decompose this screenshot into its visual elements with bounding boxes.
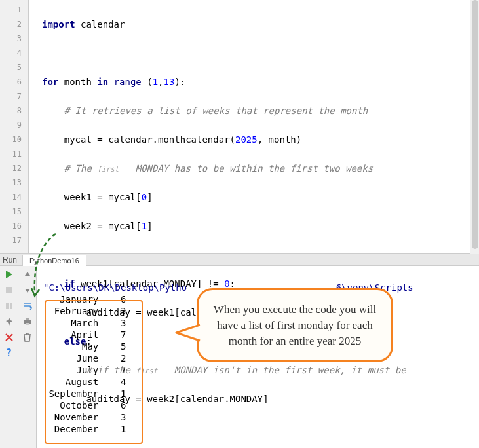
number: 1 — [153, 77, 158, 87]
line-number: 11 — [0, 147, 28, 161]
keyword: for — [42, 77, 58, 87]
builtin: range — [114, 77, 142, 87]
keyword: in — [97, 77, 108, 87]
output-row: August 4 — [43, 376, 472, 388]
stop-icon[interactable] — [3, 284, 15, 296]
line-gutter: 1 2 3 4 5 6 7 8 9 10 11 12 13 14 15 16 1… — [0, 0, 29, 253]
line-number: 14 — [0, 190, 28, 204]
code: week2 = mycal[ — [64, 221, 142, 231]
close-icon[interactable] — [3, 331, 15, 343]
up-icon[interactable] — [22, 269, 33, 280]
code-text[interactable]: import calendar for month in range (1,13… — [29, 0, 479, 253]
svg-rect-0 — [6, 287, 12, 293]
line-number: 2 — [0, 17, 28, 31]
code: mycal = calendar.monthcalendar( — [64, 134, 235, 145]
line-number: 9 — [0, 118, 28, 132]
keyword: import — [42, 19, 75, 29]
line-number: 12 — [0, 161, 28, 176]
identifier: month — [64, 77, 92, 87]
code: ] — [147, 192, 152, 202]
trash-icon[interactable] — [22, 331, 33, 343]
identifier: calendar — [81, 19, 125, 29]
run-label: Run — [3, 255, 17, 265]
line-number: 4 — [0, 46, 28, 60]
comment: # The — [64, 163, 98, 174]
output-row: July 7 — [43, 364, 472, 376]
code: , month) — [258, 134, 301, 145]
vertical-scrollbar[interactable] — [470, 0, 479, 254]
code: week1 = mycal[ — [64, 192, 142, 202]
number: 2025 — [235, 134, 258, 145]
line-number: 8 — [0, 103, 28, 118]
output-row: September 1 — [43, 388, 472, 400]
line-number: 13 — [0, 176, 28, 190]
line-number: 7 — [0, 89, 28, 103]
output-row: December 1 — [43, 423, 472, 435]
play-icon[interactable] — [3, 269, 15, 280]
line-number: 16 — [0, 219, 28, 233]
output-row: November 3 — [43, 411, 472, 423]
line-number: 15 — [0, 204, 28, 219]
number: 0 — [142, 192, 147, 202]
run-tab[interactable]: PythonDemo16 — [22, 255, 86, 266]
comment: MONDAY has to be within the first two we… — [119, 163, 373, 174]
comment: # It retrieves a list of weeks that repr… — [64, 105, 368, 116]
pause-icon[interactable] — [3, 300, 15, 312]
line-number: 17 — [0, 233, 28, 248]
code: ] — [147, 221, 152, 231]
line-number: 10 — [0, 132, 28, 147]
scroll-thumb[interactable] — [472, 0, 478, 249]
svg-rect-2 — [10, 303, 12, 309]
code-editor: 1 2 3 4 5 6 7 8 9 10 11 12 13 14 15 16 1… — [0, 0, 479, 254]
annotation-bubble: When you execute the code you will have … — [197, 288, 393, 362]
wrap-icon[interactable] — [22, 300, 33, 312]
svg-rect-5 — [26, 323, 29, 325]
number: 1 — [142, 221, 147, 231]
help-icon[interactable]: ? — [3, 347, 15, 359]
down-icon[interactable] — [22, 284, 33, 296]
svg-rect-4 — [26, 318, 29, 320]
line-number: 1 — [0, 3, 28, 17]
number: 13 — [164, 77, 175, 87]
pin-icon[interactable] — [3, 316, 15, 327]
bubble-tail — [175, 320, 201, 346]
run-toolbar-secondary — [18, 266, 37, 448]
svg-rect-1 — [6, 303, 9, 309]
line-number: 6 — [0, 75, 28, 89]
output-row: October 6 — [43, 400, 472, 411]
annotation-callout: When you execute the code you will have … — [197, 288, 393, 362]
run-toolbar-primary: ? — [0, 266, 18, 448]
comment: first — [97, 165, 119, 174]
annotation-text: When you execute the code you will have … — [214, 303, 376, 347]
line-number: 3 — [0, 31, 28, 46]
line-number: 5 — [0, 60, 28, 75]
print-icon[interactable] — [22, 316, 33, 327]
